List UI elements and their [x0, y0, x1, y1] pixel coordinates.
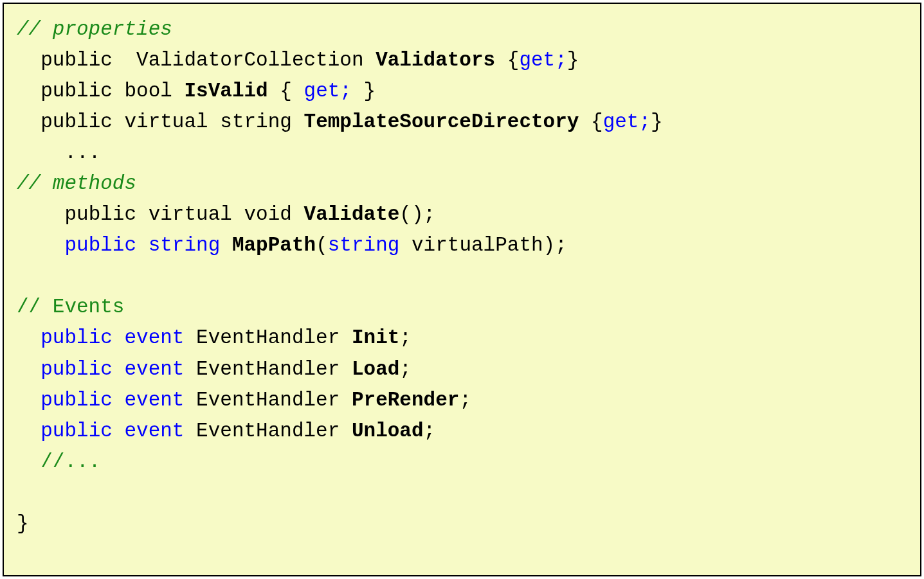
code-line-1: // properties	[17, 18, 172, 40]
code-line-13: public event EventHandler PreRender;	[17, 389, 471, 411]
comment-ellipsis: //...	[41, 450, 100, 473]
code-line-4: public virtual string TemplateSourceDire…	[17, 111, 663, 133]
code-line-10: // Events	[17, 296, 124, 318]
code-line-12: public event EventHandler Load;	[17, 358, 412, 380]
code-line-11: public event EventHandler Init;	[17, 326, 412, 349]
code-line-8: public string MapPath(string virtualPath…	[17, 234, 567, 256]
code-line-14: public event EventHandler Unload;	[17, 420, 435, 442]
code-line-5: ...	[17, 141, 100, 164]
code-block: // properties public ValidatorCollection…	[3, 3, 921, 576]
code-line-15: //...	[17, 450, 100, 473]
code-line-7: public virtual void Validate();	[17, 203, 435, 226]
code-line-17: }	[17, 512, 29, 535]
code-line-2: public ValidatorCollection Validators {g…	[17, 49, 579, 71]
code-line-3: public bool IsValid { get; }	[17, 80, 376, 102]
code-line-6: // methods	[17, 172, 136, 195]
comment-properties: // properties	[17, 18, 172, 40]
comment-events: // Events	[17, 296, 124, 318]
comment-methods: // methods	[17, 172, 136, 195]
